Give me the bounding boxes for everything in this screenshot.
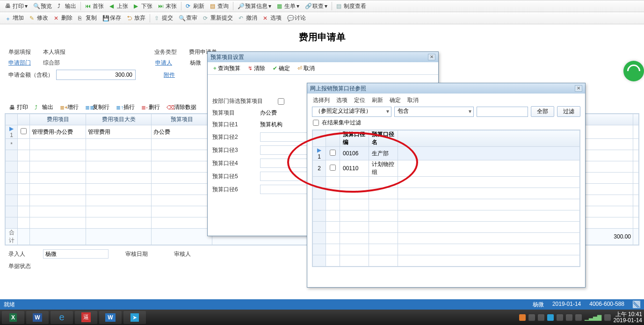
last-button[interactable]: ⏭末张 [156,1,179,11]
budget-info-button[interactable]: 🔎预算信息▾ [235,1,274,11]
discuss-button[interactable]: 💬讨论 [285,13,308,23]
first-icon: ⏮ [85,3,92,9]
refresh-button[interactable]: ⟳刷新 [183,1,207,11]
cancel-button[interactable]: ⏎取消 [295,64,318,73]
cancel-button[interactable]: ↶撤消 [236,13,260,23]
attach-field[interactable]: 附件 [164,71,195,79]
locate-menu[interactable]: 定位 [354,96,365,104]
result-filter-checkbox[interactable] [313,120,319,126]
delete-button[interactable]: ✕删除 [51,13,75,23]
option-button[interactable]: ✕选项 [260,13,284,23]
audit-button[interactable]: 🔍查审 [176,13,200,23]
link-button[interactable]: 🔗联查▾ [303,1,330,11]
main-toolbar-1: 🖶打印▾ 🔍预览 ⤴输出 ⏮首张 ◀上张 ▶下张 ⏭末张 ⟳刷新 ▤查询 🔎预算… [0,0,644,12]
first-button[interactable]: ⏮首张 [83,1,106,11]
option-menu[interactable]: 选项 [336,96,347,104]
clear-button[interactable]: ↯清除 [245,64,268,73]
grid-export-button[interactable]: ⤴输出 [32,102,56,112]
tray-icon[interactable] [566,314,572,321]
table-row[interactable]: 2 00110 计划物控组 [313,160,580,177]
add-button[interactable]: ＋增加 [3,13,26,23]
close-icon[interactable]: ✕ [575,85,582,92]
col-expense-item[interactable]: 费用项目 [30,114,86,125]
tray-icon[interactable] [538,314,544,321]
excel-app-icon[interactable]: X [2,311,24,324]
filter-field-select[interactable]: （参照定义过滤字段） [312,107,391,117]
wps-app-icon[interactable]: W [99,311,122,324]
submit-button[interactable]: ⇧提交 [152,13,175,23]
table-row[interactable]: ▶ 1 00106 生产部 [313,147,580,160]
tray-icon[interactable] [557,314,563,321]
print-button[interactable]: 🖶打印▾ [3,1,30,11]
abandon-icon: ⮌ [127,15,133,22]
system-tray: ▁▃▅▇ 上午 10:41 2019-01-14 [519,311,642,324]
col-name[interactable]: 预算口径名 [369,130,398,147]
status-user: 杨微 [533,301,544,309]
delrow-button[interactable]: ≣-删行 [138,102,163,112]
filter-value-input[interactable] [477,107,528,117]
signal-icon[interactable]: ▁▃▅▇ [585,314,601,321]
ok-menu[interactable]: 确定 [390,96,401,104]
prev-button[interactable]: ◀上张 [107,1,130,11]
close-icon[interactable]: ✕ [428,54,435,60]
amount-field: 申请金额（含税） [8,70,136,80]
addrow-button[interactable]: ≣+增行 [57,102,81,112]
delrow-icon: ≣- [141,104,148,111]
status-field: 单据状态 [8,262,40,270]
tray-icon[interactable] [528,314,535,321]
dept-field[interactable]: 申请部门综合部 [8,59,60,67]
insrow-button[interactable]: ≣↑插行 [113,102,137,112]
refresh-menu[interactable]: 刷新 [372,96,383,104]
modify-button[interactable]: ✎修改 [27,13,51,23]
qr-icon[interactable] [633,301,640,308]
budget-scope-ref-dialog: 网上报销预算口径参照 ✕ 选择列 选项 定位 刷新 确定 取消 （参照定义过滤字… [307,83,586,288]
submit-icon: ⇧ [154,15,161,22]
wifi-icon[interactable] [623,61,644,81]
dept-filter-checkbox[interactable] [278,98,284,105]
grid-print-button[interactable]: 🖶打印 [7,102,31,112]
cleardata-button[interactable]: ⌫清除数据 [164,102,199,112]
col-budget-item[interactable]: 预算项目 [152,114,212,125]
select-col-menu[interactable]: 选择列 [313,96,330,104]
printer-icon: 🖶 [5,3,12,9]
status-date: 2019-01-14 [552,301,581,309]
dialog-titlebar[interactable]: 预算项目设置 ✕ [208,52,438,62]
ok-button[interactable]: ✔确定 [270,64,293,73]
cancel-menu[interactable]: 取消 [407,96,419,104]
filter-button[interactable]: 过滤 [557,106,580,117]
volume-icon[interactable] [604,314,611,321]
preview-button[interactable]: 🔍预览 [31,1,54,11]
app-icon-4[interactable]: 逼 [75,311,97,324]
cancel-icon: ⏎ [297,65,302,72]
taskbar-clock[interactable]: 上午 10:41 2019-01-14 [614,311,642,324]
rule-view-button[interactable]: ▤制度查看 [334,1,369,11]
export-button[interactable]: ⤴输出 [55,1,79,11]
word-app-icon[interactable]: W [26,311,49,324]
next-button[interactable]: ▶下张 [131,1,155,11]
tray-icon[interactable] [575,314,582,321]
resubmit-button[interactable]: ⟳重新提交 [201,13,235,23]
entry-input[interactable] [43,249,109,259]
tray-icon[interactable] [547,314,554,321]
col-code[interactable]: 预算口径编 [340,130,369,147]
abandon-button[interactable]: ⮌放弃 [124,13,148,23]
app-icon-6[interactable]: ➤ [123,311,146,324]
dialog-titlebar[interactable]: 网上报销预算口径参照 ✕ [307,83,585,94]
col-expense-cat[interactable]: 费用项目大类 [86,114,152,125]
row-checkbox[interactable] [330,165,336,171]
row-checkbox[interactable] [330,150,336,156]
all-button[interactable]: 全部 [531,106,554,117]
copyrow-button[interactable]: ≣≣复制行 [82,102,112,112]
query-button[interactable]: ▤查询 [208,1,231,11]
person-field[interactable]: 申请人杨微 [155,59,201,67]
make-button[interactable]: ▦生单▾ [275,1,302,11]
row-checkbox[interactable] [21,128,27,134]
doc-icon: ▤ [336,3,343,9]
filter-op-select[interactable]: 包含 [394,107,474,117]
tray-icon[interactable] [519,314,526,321]
amount-input[interactable] [56,70,136,80]
ie-app-icon[interactable]: e [51,311,73,324]
query-budget-button[interactable]: ⌖查询预算 [210,64,243,73]
copy-button[interactable]: ⎘复制 [76,13,99,23]
save-button[interactable]: 💾保存 [100,13,123,23]
